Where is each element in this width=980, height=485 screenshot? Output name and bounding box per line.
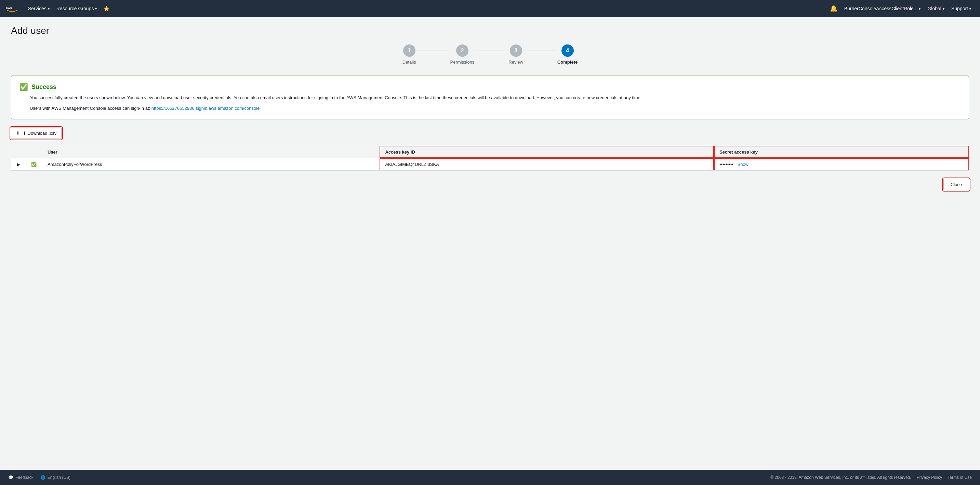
account-chevron-icon: ▾ [919, 7, 921, 11]
users-table: User Access key ID Secret access key ▶ ✅… [11, 146, 969, 171]
table-header: User Access key ID Secret access key [11, 146, 969, 158]
user-name-cell: AmazonPollyForWordPress [42, 158, 380, 170]
download-icon: ⬇ [16, 130, 20, 136]
step-4-label: Complete [557, 59, 578, 65]
step-2: 2 Permissions [450, 45, 475, 65]
main-content: Add user 1 Details 2 Permissions 3 Revie… [0, 17, 980, 470]
svg-text:aws: aws [6, 6, 12, 10]
footer: 💬 Feedback 🌐 English (US) © 2008 - 2018,… [0, 470, 980, 485]
copyright-text: © 2008 - 2018, Amazon Web Services, Inc.… [770, 475, 911, 480]
navbar: aws Services ▾ Resource Groups ▾ ⭐ 🔔 Bur… [0, 0, 980, 17]
step-line-2 [474, 51, 509, 51]
region-chevron-icon: ▾ [943, 7, 945, 11]
stepper: 1 Details 2 Permissions 3 Review 4 Compl… [11, 45, 969, 65]
table-body: ▶ ✅ AmazonPollyForWordPress AKIAJGIMEQ4U… [11, 158, 969, 170]
success-title: Success [32, 83, 56, 91]
step-3-label: Review [509, 59, 523, 65]
col-user: User [42, 146, 380, 158]
success-header: ✅ Success [19, 83, 961, 91]
bookmark-icon[interactable]: ⭐ [100, 0, 113, 17]
access-key-id-cell: AKIAJGIMEQ4URLZI3SKA [380, 158, 714, 170]
step-4-circle: 4 [562, 45, 574, 57]
support-menu[interactable]: Support ▾ [948, 0, 975, 17]
services-label: Services [28, 6, 46, 11]
resource-groups-label: Resource Groups [56, 6, 94, 11]
notifications-bell-icon[interactable]: 🔔 [826, 5, 841, 12]
language-selector[interactable]: 🌐 English (US) [40, 475, 70, 480]
step-3-circle: 3 [510, 45, 522, 57]
step-3: 3 Review [509, 45, 523, 65]
globe-icon: 🌐 [40, 475, 46, 480]
step-4: 4 Complete [557, 45, 578, 65]
footer-left: 💬 Feedback 🌐 English (US) [8, 475, 70, 480]
step-line-3 [523, 51, 557, 51]
step-line-1 [416, 51, 450, 51]
success-check-icon: ✅ [19, 83, 28, 91]
close-button[interactable]: Close [943, 179, 969, 190]
col-access-key-id: Access key ID [380, 146, 714, 158]
support-chevron-icon: ▾ [969, 7, 971, 11]
account-name: BurnerConsoleAccessClientRole... [844, 6, 918, 11]
close-button-row: Close [11, 171, 969, 193]
signin-url-link[interactable]: https://165276652986.signin.aws.amazon.c… [151, 106, 260, 111]
services-menu[interactable]: Services ▾ [25, 0, 53, 17]
region-label: Global [928, 6, 941, 11]
services-chevron-icon: ▾ [48, 7, 49, 11]
download-btn-label: ⬇ Download .csv [22, 130, 56, 136]
page-title: Add user [11, 25, 969, 36]
feedback-button[interactable]: 💬 Feedback [8, 475, 33, 480]
footer-right: © 2008 - 2018, Amazon Web Services, Inc.… [70, 475, 972, 480]
col-expand [11, 146, 26, 158]
success-message-2: Users with AWS Management Console access… [30, 105, 961, 112]
terms-of-use-link[interactable]: Terms of Use [948, 475, 972, 480]
table-row: ▶ ✅ AmazonPollyForWordPress AKIAJGIMEQ4U… [11, 158, 969, 170]
secret-key-dots: ••••••••• [719, 162, 733, 167]
step-1-circle: 1 [403, 45, 415, 57]
row-expand-icon[interactable]: ▶ [11, 158, 26, 170]
download-csv-button[interactable]: ⬇ ⬇ Download .csv [11, 127, 62, 139]
show-secret-key-link[interactable]: Show [737, 162, 749, 167]
col-check [25, 146, 42, 158]
step-1-label: Details [402, 59, 416, 65]
step-2-label: Permissions [450, 59, 475, 65]
resource-groups-chevron-icon: ▾ [95, 7, 97, 11]
account-menu[interactable]: BurnerConsoleAccessClientRole... ▾ [841, 0, 924, 17]
row-status-icon: ✅ [25, 158, 42, 170]
success-message-1: You successfully created the users shown… [30, 94, 961, 102]
region-menu[interactable]: Global ▾ [924, 0, 948, 17]
resource-groups-menu[interactable]: Resource Groups ▾ [53, 0, 100, 17]
success-box: ✅ Success You successfully created the u… [11, 76, 969, 119]
support-label: Support [951, 6, 968, 11]
language-label: English (US) [48, 475, 70, 480]
privacy-policy-link[interactable]: Privacy Policy [917, 475, 942, 480]
step-2-circle: 2 [456, 45, 468, 57]
aws-logo[interactable]: aws [5, 4, 19, 13]
feedback-icon: 💬 [8, 475, 13, 480]
col-secret-access-key: Secret access key [714, 146, 969, 158]
secret-access-key-cell: ••••••••• Show [714, 158, 969, 170]
feedback-label: Feedback [15, 475, 33, 480]
step-1: 1 Details [402, 45, 416, 65]
